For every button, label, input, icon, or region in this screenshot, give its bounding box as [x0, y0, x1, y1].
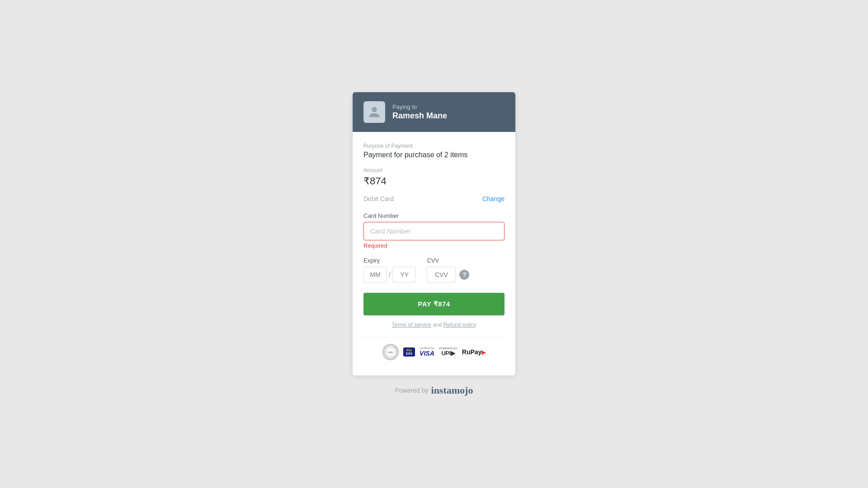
purpose-label: Purpose of Payment — [363, 143, 505, 149]
payment-card: Paying to Ramesh Mane Purpose of Payment… — [353, 92, 515, 375]
purpose-value: Payment for purchase of 2 items — [363, 151, 505, 159]
terms-and: and — [433, 322, 442, 328]
recipient-name: Ramesh Mane — [392, 111, 447, 121]
refund-link[interactable]: Refund policy — [443, 322, 476, 328]
cvv-help-icon[interactable]: ? — [459, 270, 469, 280]
card-number-error: Required — [363, 242, 505, 249]
divider — [363, 337, 505, 338]
expiry-label: Expiry — [363, 257, 416, 264]
amount-label: Amount — [363, 167, 505, 174]
avatar — [363, 101, 385, 123]
change-link[interactable]: Change — [482, 195, 505, 202]
card-header: Paying to Ramesh Mane — [353, 92, 515, 132]
terms-link[interactable]: Terms of service — [392, 322, 431, 328]
upi-badge: POWERED BY UPI▶ — [439, 347, 458, 357]
cvv-input[interactable] — [427, 267, 456, 283]
rbi-icon: RBI — [383, 345, 398, 359]
terms-row: Terms of service and Refund policy — [363, 322, 505, 328]
expiry-year-input[interactable] — [392, 267, 416, 283]
cvv-group: CVV ? — [427, 257, 469, 283]
verified-by-text: Verified by — [420, 347, 434, 350]
payment-method-label: Debit Card — [363, 195, 394, 202]
amount-value: ₹874 — [363, 175, 505, 187]
powered-row: Powered by instamojo — [395, 385, 473, 396]
card-number-label: Card Number — [363, 212, 505, 219]
visa-verified-badge: Verified by VISA — [420, 347, 434, 357]
instamojo-brand: instamojo — [431, 385, 473, 396]
rbi-badge: RBI — [382, 344, 399, 360]
rupay-text: RuPay▶ — [462, 348, 486, 356]
header-text: Paying to Ramesh Mane — [392, 103, 447, 121]
card-number-input[interactable] — [363, 222, 505, 240]
cvv-row-inner: ? — [427, 267, 469, 283]
powered-footer: Powered by instamojo — [395, 385, 473, 396]
expiry-cvv-row: Expiry / CVV ? — [363, 257, 505, 283]
rupay-badge: RuPay▶ — [462, 348, 486, 356]
expiry-group: Expiry / — [363, 257, 416, 283]
expiry-inputs: / — [363, 267, 416, 283]
trust-badges: RBI PCI DSS Verified by VISA POWERED BY … — [363, 344, 505, 365]
paying-to-label: Paying to — [392, 103, 447, 110]
payment-method-row: Debit Card Change — [363, 195, 505, 202]
visa-text: VISA — [420, 350, 434, 357]
slash-divider: / — [389, 271, 391, 279]
user-icon — [368, 106, 381, 118]
powered-by-text: Powered by — [395, 387, 429, 394]
upi-text: UPI▶ — [441, 350, 455, 357]
pay-button[interactable]: PAY ₹874 — [363, 293, 505, 315]
expiry-month-input[interactable] — [363, 267, 387, 283]
card-body: Purpose of Payment Payment for purchase … — [353, 132, 515, 375]
svg-text:RBI: RBI — [388, 351, 393, 354]
pci-dss-badge: PCI DSS — [403, 347, 415, 357]
cvv-label: CVV — [427, 257, 469, 264]
